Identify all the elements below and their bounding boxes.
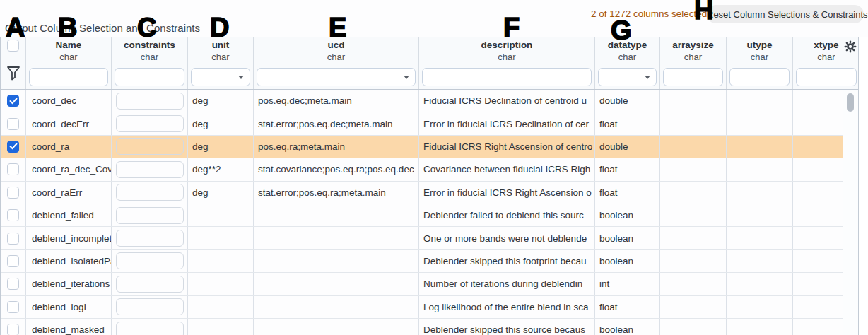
- table-row[interactable]: coord_radegpos.eq.ra;meta.mainFiducial I…: [1, 136, 858, 158]
- cell-description: Covariance between fiducial ICRS Righ: [419, 158, 595, 180]
- column-type: char: [817, 52, 835, 63]
- vertical-scrollbar[interactable]: [843, 90, 858, 335]
- table-row[interactable]: coord_raErrdegstat.error;pos.eq.ra;meta.…: [1, 182, 858, 204]
- reset-button[interactable]: Reset Column Selections & Constraints: [707, 5, 864, 23]
- cell-ucd: [254, 296, 419, 318]
- column-label: constraints: [124, 39, 175, 52]
- constraint-input[interactable]: [116, 252, 184, 269]
- cell-ucd: pos.eq.dec;meta.main: [254, 90, 419, 112]
- table-row[interactable]: coord_decErrdegstat.error;pos.eq.dec;met…: [1, 112, 858, 135]
- row-checkbox[interactable]: [7, 95, 19, 107]
- row-checkbox[interactable]: [7, 324, 19, 335]
- constraint-input[interactable]: [116, 207, 184, 224]
- row-checkbox-cell: [1, 136, 26, 158]
- cell-ucd: stat.error;pos.eq.dec;meta.main: [254, 112, 419, 134]
- cell-datatype: float: [595, 158, 660, 180]
- row-checkbox[interactable]: [7, 187, 19, 199]
- table-row[interactable]: deblend_maskedDeblender skipped this sou…: [1, 319, 858, 335]
- cell-datatype: boolean: [595, 227, 660, 249]
- constraint-input[interactable]: [116, 276, 184, 293]
- cell-name: coord_decErr: [26, 112, 112, 134]
- cell-arraysize: [660, 273, 727, 295]
- constraint-input[interactable]: [116, 230, 184, 247]
- constraint-input[interactable]: [116, 93, 184, 110]
- cell-datatype: boolean: [595, 319, 660, 335]
- constraint-input[interactable]: [116, 115, 184, 132]
- select-all-checkbox[interactable]: [7, 40, 19, 52]
- cell-datatype: float: [595, 112, 660, 134]
- filter-input-ucd[interactable]: [257, 68, 416, 86]
- cell-constraints: [112, 250, 188, 272]
- table-row[interactable]: deblend_failedDeblender failed to deblen…: [1, 204, 858, 227]
- cell-datatype: int: [595, 273, 660, 295]
- row-checkbox-cell: [1, 273, 26, 295]
- cell-name: deblend_incomplete: [26, 227, 112, 249]
- table-row[interactable]: deblend_logLLog likelihood of the entire…: [1, 296, 858, 319]
- cell-datatype: double: [595, 90, 660, 112]
- cell-constraints: [112, 204, 188, 226]
- cell-unit: [188, 273, 254, 295]
- constraint-input[interactable]: [116, 298, 184, 315]
- scrollbar-thumb[interactable]: [847, 93, 854, 112]
- row-checkbox[interactable]: [7, 233, 19, 245]
- constraint-input[interactable]: [116, 138, 184, 155]
- filter-input-name[interactable]: [29, 68, 108, 86]
- constraint-input[interactable]: [116, 184, 184, 201]
- cell-constraints: [112, 296, 188, 318]
- cell-utype: [727, 182, 793, 204]
- row-checkbox[interactable]: [7, 209, 19, 221]
- table-row[interactable]: deblend_isolatedParDeblender skipped thi…: [1, 250, 858, 273]
- cell-arraysize: [660, 227, 727, 249]
- chevron-down-icon[interactable]: [645, 76, 650, 79]
- chevron-down-icon[interactable]: [238, 76, 244, 79]
- column-label: datatype: [608, 39, 647, 52]
- filter-input-description[interactable]: [422, 68, 592, 86]
- filter-input-xtype[interactable]: [796, 68, 857, 86]
- row-checkbox[interactable]: [7, 163, 19, 175]
- table-row[interactable]: deblend_iterationsNumber of iterations d…: [1, 273, 858, 295]
- table-row[interactable]: deblend_incompleteOne or more bands were…: [1, 227, 858, 249]
- cell-xtype: [793, 273, 844, 295]
- cell-ucd: [254, 227, 419, 249]
- selection-status: 2 of 1272 columns selected: [591, 8, 707, 19]
- cell-constraints: [112, 90, 188, 112]
- funnel-filter-icon[interactable]: [6, 66, 20, 85]
- cell-name: deblend_logL: [26, 296, 112, 318]
- table-row[interactable]: coord_decdegpos.eq.dec;meta.mainFiducial…: [1, 90, 858, 112]
- cell-constraints: [112, 273, 188, 295]
- cell-xtype: [793, 227, 844, 249]
- cell-xtype: [793, 319, 844, 335]
- cell-xtype: [793, 158, 844, 180]
- row-checkbox[interactable]: [7, 118, 19, 130]
- row-checkbox-cell: [1, 182, 26, 204]
- column-type: char: [141, 52, 158, 63]
- column-header-description: descriptionchar: [419, 37, 595, 89]
- cell-description: Fiducial ICRS Right Ascension of centro: [419, 136, 595, 158]
- cell-name: deblend_failed: [26, 204, 112, 226]
- constraint-input[interactable]: [116, 322, 184, 335]
- cell-ucd: [254, 273, 419, 295]
- filter-input-constraints[interactable]: [115, 68, 184, 86]
- row-checkbox[interactable]: [7, 255, 19, 267]
- filter-input-utype[interactable]: [729, 68, 790, 86]
- cell-ucd: stat.covariance;pos.eq.ra;pos.eq.dec: [254, 158, 419, 180]
- cell-name: coord_ra: [26, 136, 112, 158]
- column-label: ucd: [327, 39, 344, 52]
- gear-icon[interactable]: [844, 40, 857, 56]
- cell-description: Log likelihood of the entire blend in sc…: [419, 296, 595, 318]
- column-header-arraysize: arraysizechar: [660, 37, 727, 89]
- row-checkbox[interactable]: [7, 301, 19, 313]
- filter-input-arraysize[interactable]: [663, 68, 723, 86]
- cell-name: coord_dec: [26, 90, 112, 112]
- column-header-name: Namechar: [26, 37, 112, 89]
- table-row[interactable]: coord_ra_dec_Covdeg**2stat.covariance;po…: [1, 158, 858, 181]
- row-checkbox[interactable]: [7, 278, 19, 290]
- constraint-input[interactable]: [116, 161, 184, 178]
- row-checkbox-cell: [1, 112, 26, 134]
- cell-utype: [727, 250, 793, 272]
- row-checkbox[interactable]: [7, 141, 19, 153]
- chevron-down-icon[interactable]: [404, 76, 409, 79]
- table-header: Namecharconstraintscharunitcharucdcharde…: [1, 37, 858, 90]
- cell-description: One or more bands were not deblende: [419, 227, 595, 249]
- column-selection-table: Namecharconstraintscharunitcharucdcharde…: [0, 37, 859, 335]
